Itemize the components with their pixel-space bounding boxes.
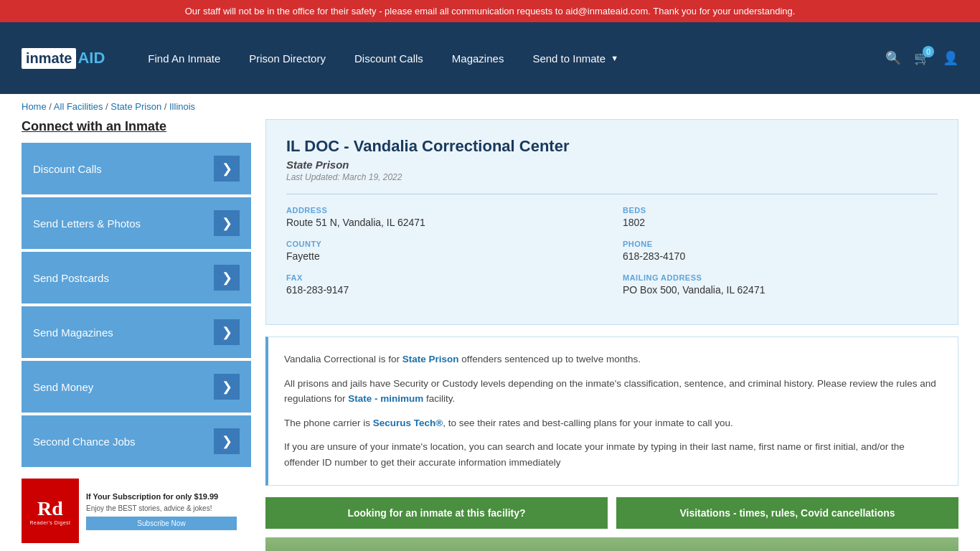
nav-magazines[interactable]: Magazines [438, 22, 519, 94]
chevron-right-icon: ❯ [214, 210, 240, 236]
ad-subtext: Enjoy the BEST stories, advice & jokes! [86, 504, 237, 513]
state-prison-link[interactable]: State Prison [402, 354, 459, 364]
logo[interactable]: inmateAID [22, 48, 105, 69]
phone-value: 618-283-4170 [623, 250, 938, 262]
chevron-down-icon: ▼ [611, 54, 618, 62]
ad-inner: Rd Reader's Digest If Your Subscription … [22, 479, 244, 543]
mailing-value: PO Box 500, Vandalia, IL 62471 [623, 284, 938, 296]
breadcrumb: Home / All Facilities / State Prison / I… [0, 94, 980, 119]
chevron-right-icon: ❯ [214, 428, 240, 454]
field-county: COUNTY Fayette [286, 240, 601, 262]
chevron-right-icon: ❯ [214, 265, 240, 291]
county-label: COUNTY [286, 240, 601, 248]
sidebar: Connect with an Inmate Discount Calls ❯ … [22, 119, 251, 551]
breadcrumb-home[interactable]: Home [22, 101, 47, 112]
ad-headline: If Your Subscription for only $19.99 [86, 491, 237, 501]
find-inmate-facility-button[interactable]: Looking for an inmate at this facility? [265, 497, 608, 529]
cart-badge: 0 [923, 46, 934, 57]
main-content: IL DOC - Vandalia Correctional Center St… [265, 119, 958, 551]
facility-updated: Last Updated: March 19, 2022 [286, 172, 938, 182]
field-address: ADDRESS Route 51 N, Vandalia, IL 62471 [286, 206, 601, 228]
visitations-button[interactable]: Visitations - times, rules, Covid cancel… [616, 497, 958, 529]
phone-label: PHONE [623, 240, 938, 248]
nav-icons: 🔍 🛒 0 👤 [885, 50, 958, 66]
sidebar-title: Connect with an Inmate [22, 119, 251, 134]
alert-text: Our staff will not be in the office for … [185, 6, 796, 17]
main-layout: Connect with an Inmate Discount Calls ❯ … [0, 119, 980, 551]
map-overlay [265, 537, 958, 551]
facility-card: IL DOC - Vandalia Correctional Center St… [265, 119, 958, 325]
sidebar-item-discount-calls[interactable]: Discount Calls ❯ [22, 143, 251, 194]
desc-para3: The phone carrier is Securus Tech®, to s… [284, 415, 942, 431]
beds-value: 1802 [623, 217, 938, 228]
desc-para1: Vandalia Correctional is for State Priso… [284, 352, 942, 367]
fax-value: 618-283-9147 [286, 284, 601, 296]
logo-inmate: inmate [22, 48, 76, 69]
sidebar-item-second-chance[interactable]: Second Chance Jobs ❯ [22, 415, 251, 467]
nav-discount-calls[interactable]: Discount Calls [340, 22, 438, 94]
nav-prison-directory[interactable]: Prison Directory [235, 22, 340, 94]
chevron-right-icon: ❯ [214, 374, 240, 400]
desc-para2: All prisons and jails have Security or C… [284, 376, 942, 407]
facility-type: State Prison [286, 159, 938, 171]
beds-label: BEDS [623, 206, 938, 215]
county-value: Fayette [286, 250, 601, 262]
securus-link[interactable]: Securus Tech® [373, 418, 443, 428]
alert-banner: Our staff will not be in the office for … [0, 0, 980, 22]
ad-logo: Rd Reader's Digest [22, 479, 79, 543]
desc-para4: If you are unsure of your inmate's locat… [284, 439, 942, 470]
facility-title: IL DOC - Vandalia Correctional Center [286, 137, 938, 156]
facility-divider [286, 194, 938, 194]
field-fax: FAX 618-283-9147 [286, 273, 601, 296]
ad-subscribe-button[interactable]: Subscribe Now [86, 517, 237, 530]
sidebar-item-send-letters[interactable]: Send Letters & Photos ❯ [22, 197, 251, 249]
field-phone: PHONE 618-283-4170 [623, 240, 938, 262]
facility-grid: ADDRESS Route 51 N, Vandalia, IL 62471 B… [286, 206, 938, 296]
field-mailing: MAILING ADDRESS PO Box 500, Vandalia, IL… [623, 273, 938, 296]
sidebar-item-send-postcards[interactable]: Send Postcards ❯ [22, 252, 251, 303]
ad-banner[interactable]: Rd Reader's Digest If Your Subscription … [22, 479, 244, 543]
action-buttons: Looking for an inmate at this facility? … [265, 497, 958, 529]
fax-label: FAX [286, 273, 601, 282]
facility-map[interactable] [265, 537, 958, 551]
search-icon[interactable]: 🔍 [885, 50, 901, 66]
cart-icon[interactable]: 🛒 0 [914, 50, 930, 66]
logo-aid: AID [77, 49, 105, 67]
sidebar-item-send-magazines[interactable]: Send Magazines ❯ [22, 306, 251, 358]
breadcrumb-state[interactable]: Illinois [169, 101, 195, 112]
chevron-right-icon: ❯ [214, 156, 240, 182]
address-value: Route 51 N, Vandalia, IL 62471 [286, 217, 601, 228]
description-block: Vandalia Correctional is for State Priso… [265, 336, 958, 486]
state-minimum-link[interactable]: State - minimum [348, 393, 423, 404]
chevron-right-icon: ❯ [214, 319, 240, 345]
main-nav: Find An Inmate Prison Directory Discount… [133, 22, 885, 94]
breadcrumb-state-prison[interactable]: State Prison [110, 101, 161, 112]
nav-send-to-inmate[interactable]: Send to Inmate ▼ [518, 22, 633, 94]
mailing-label: MAILING ADDRESS [623, 273, 938, 282]
breadcrumb-all-facilities[interactable]: All Facilities [54, 101, 103, 112]
header: inmateAID Find An Inmate Prison Director… [0, 22, 980, 94]
sidebar-item-send-money[interactable]: Send Money ❯ [22, 361, 251, 413]
address-label: ADDRESS [286, 206, 601, 215]
nav-find-inmate[interactable]: Find An Inmate [133, 22, 235, 94]
ad-text: If Your Subscription for only $19.99 Enj… [79, 487, 244, 534]
field-beds: BEDS 1802 [623, 206, 938, 228]
user-icon[interactable]: 👤 [943, 50, 958, 66]
